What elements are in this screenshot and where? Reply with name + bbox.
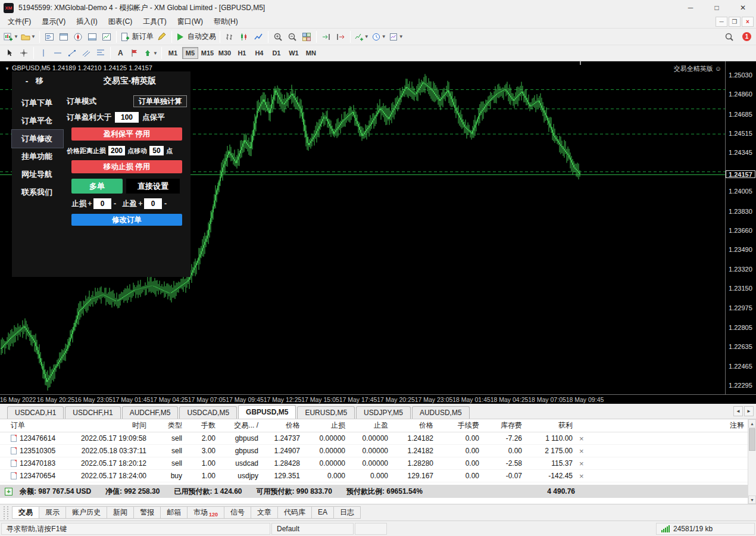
timeframe-m30-button[interactable]: M30 — [217, 47, 233, 59]
chart-tab-usdcad-m5[interactable]: USDCAD,M5 — [179, 406, 237, 419]
column-header-type[interactable]: 类型 — [149, 420, 185, 431]
chart-area[interactable]: ▼GBPUSD,M5 1.24189 1.24210 1.24125 1.241… — [0, 61, 756, 404]
horizontal-line-button[interactable] — [51, 46, 65, 60]
new-order-button[interactable]: 新订单 — [119, 30, 155, 44]
timeframe-m5-button[interactable]: M5 — [182, 47, 198, 59]
sl-minus-button[interactable]: - — [111, 200, 118, 208]
profit-threshold-input[interactable] — [115, 112, 139, 123]
trailing-step-input[interactable] — [149, 146, 164, 155]
timeframe-h4-button[interactable]: H4 — [251, 47, 267, 59]
panel-grip[interactable] — [4, 506, 8, 519]
direct-set-button[interactable]: 直接设置 — [126, 179, 180, 194]
line-chart-button[interactable] — [251, 30, 265, 44]
column-header-order[interactable]: 订单 — [8, 420, 65, 431]
buy-orders-button[interactable]: 多单 — [71, 179, 123, 194]
sl-plus-button[interactable]: + — [86, 200, 93, 208]
profiles-button[interactable]: ▼ — [20, 30, 37, 44]
close-order-button[interactable]: × — [577, 459, 586, 468]
menu-item-insert[interactable]: 插入(I) — [71, 15, 102, 28]
data-window-toggle[interactable] — [57, 30, 71, 44]
column-header-sl[interactable]: 止损 — [302, 420, 348, 431]
bottom-tab-signals[interactable]: 信号 — [224, 506, 251, 519]
timeframe-m1-button[interactable]: M1 — [165, 47, 181, 59]
menu-item-help[interactable]: 帮助(H) — [208, 15, 243, 28]
mdi-restore-button[interactable]: ❒ — [729, 17, 741, 27]
templates-button[interactable]: ▼ — [388, 30, 405, 44]
close-button[interactable]: ✕ — [730, 0, 756, 15]
zoom-in-button[interactable] — [271, 30, 285, 44]
indicators-button[interactable]: ▼ — [353, 30, 370, 44]
terminal-toggle[interactable] — [85, 30, 99, 44]
column-header-comment[interactable]: 注释 — [593, 420, 746, 431]
bottom-tab-mailbox[interactable]: 邮箱 — [160, 506, 188, 519]
new-chart-button[interactable]: ▼ — [2, 30, 20, 44]
bottom-tab-experts[interactable]: EA — [311, 506, 334, 519]
chart-tab-usdcad-h1[interactable]: USDCAD,H1 — [7, 406, 64, 419]
menu-item-view[interactable]: 显示(V) — [36, 15, 71, 28]
menu-item-charts[interactable]: 图表(C) — [103, 15, 138, 28]
trailing-stop-toggle-button[interactable]: 移动止损 停用 — [71, 160, 182, 173]
candlestick-button[interactable] — [237, 30, 251, 44]
panel-nav-order-close[interactable]: 订单平仓 — [12, 112, 63, 130]
panel-nav-url-nav[interactable]: 网址导航 — [12, 166, 63, 183]
timeframe-w1-button[interactable]: W1 — [286, 47, 302, 59]
panel-nav-contact-us[interactable]: 联系我们 — [12, 183, 63, 201]
close-order-button[interactable]: × — [577, 472, 586, 481]
table-row[interactable]: 1234766142022.05.17 19:09:58sell2.00gbpu… — [0, 432, 756, 445]
crosshair-button[interactable] — [17, 46, 31, 60]
bottom-tab-alerts[interactable]: 警报 — [133, 506, 161, 519]
timeframe-d1-button[interactable]: D1 — [268, 47, 285, 59]
panel-move-handle[interactable]: 移 — [36, 76, 43, 86]
minimize-button[interactable]: ─ — [677, 0, 704, 15]
chart-tab-audusd-m5[interactable]: AUDUSD,M5 — [412, 406, 470, 419]
tp-plus-button[interactable]: + — [137, 200, 144, 208]
bottom-tab-code-base[interactable]: 代码库 — [277, 506, 312, 519]
price-axis[interactable]: 1.250301.248601.246851.245151.243451.241… — [725, 61, 756, 394]
navigator-toggle[interactable] — [71, 30, 85, 44]
trendline-button[interactable] — [65, 46, 79, 60]
table-row[interactable]: 1234701832022.05.17 18:20:12sell1.00usdc… — [0, 457, 756, 470]
order-mode-button[interactable]: 订单单独计算 — [133, 95, 187, 107]
market-watch-toggle[interactable] — [42, 30, 57, 44]
column-header-price2[interactable]: 价格 — [391, 420, 436, 431]
zoom-out-button[interactable] — [285, 30, 299, 44]
autotrading-button[interactable]: 自动交易 — [174, 30, 217, 44]
tabs-scroll-left-button[interactable]: ◄ — [733, 406, 743, 416]
mdi-minimize-button[interactable]: ─ — [716, 17, 727, 27]
scroll-up-icon[interactable]: ▲ — [748, 419, 756, 428]
menu-item-window[interactable]: 窗口(W) — [172, 15, 208, 28]
channel-button[interactable] — [79, 46, 93, 60]
take-profit-input[interactable] — [144, 198, 162, 209]
mdi-close-button[interactable]: × — [742, 17, 754, 27]
trailing-distance-input[interactable] — [108, 146, 125, 155]
breakeven-toggle-button[interactable]: 盈利保平 停用 — [71, 127, 182, 141]
chart-tab-gbpusd-m5[interactable]: GBPUSD,M5 — [238, 405, 296, 419]
column-header-profit[interactable]: 获利 — [524, 420, 575, 431]
scrollbar-thumb[interactable] — [749, 428, 755, 451]
stop-loss-input[interactable] — [93, 198, 111, 209]
column-header-price[interactable]: 价格 — [261, 420, 302, 431]
bottom-tab-exposure[interactable]: 展示 — [39, 506, 66, 519]
terminal-scrollbar[interactable]: ▲ ▼ — [748, 419, 756, 504]
table-row[interactable]: 1235103052022.05.18 03:37:11sell3.00gbpu… — [0, 445, 756, 457]
chart-shift-toggle[interactable] — [333, 30, 348, 44]
status-profile[interactable]: Default — [271, 523, 354, 535]
search-button[interactable] — [722, 30, 736, 44]
cursor-button[interactable] — [2, 46, 17, 60]
bottom-tab-journal[interactable]: 日志 — [333, 506, 361, 519]
bottom-tab-trade[interactable]: 交易 — [12, 506, 39, 519]
fibonacci-button[interactable] — [93, 46, 108, 60]
timeframe-h1-button[interactable]: H1 — [234, 47, 250, 59]
vertical-line-button[interactable] — [36, 46, 51, 60]
strategy-tester-toggle[interactable] — [99, 30, 114, 44]
metaeditor-button[interactable] — [155, 30, 169, 44]
time-axis[interactable]: 16 May 202216 May 20:2516 May 23:0517 Ma… — [0, 394, 756, 404]
close-order-button[interactable]: × — [577, 434, 586, 443]
bottom-tab-articles[interactable]: 文章 — [251, 506, 278, 519]
tile-windows-button[interactable] — [299, 30, 314, 44]
table-row[interactable]: 1234706542022.05.17 18:24:00buy1.00usdjp… — [0, 470, 756, 482]
bottom-tab-news[interactable]: 新闻 — [107, 506, 134, 519]
chart-tab-audchf-m5[interactable]: AUDCHF,M5 — [122, 406, 179, 419]
panel-collapse-button[interactable]: - — [23, 76, 31, 86]
bottom-tab-market[interactable]: 市场120 — [187, 506, 224, 519]
